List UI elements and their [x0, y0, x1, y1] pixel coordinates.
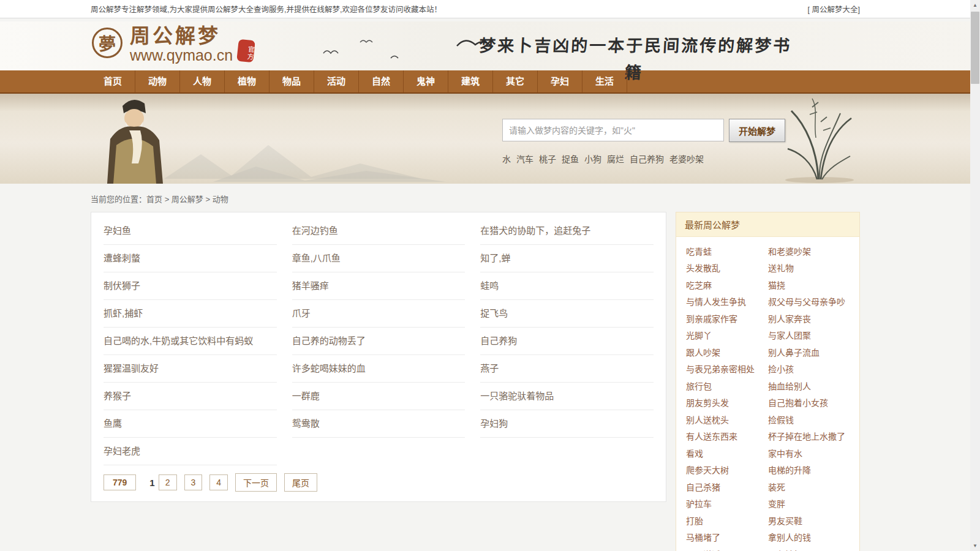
dream-link[interactable]: 鱼鹰 — [104, 410, 277, 438]
dream-link[interactable]: 遭蜂刺螫 — [104, 245, 277, 272]
sidebar-dream-link[interactable]: 到亲戚家作客 — [686, 312, 768, 324]
nav-item[interactable]: 首页 — [91, 70, 135, 92]
breadcrumb-link[interactable]: 首页 — [146, 195, 162, 204]
pagination-page-button[interactable]: 3 — [184, 474, 203, 490]
sidebar-dream-link[interactable]: 拿别人的钱 — [768, 531, 850, 543]
hot-keyword-link[interactable]: 水 — [502, 152, 511, 165]
dream-link[interactable]: 猩猩温驯友好 — [104, 355, 277, 383]
dream-link[interactable]: 鸳鸯散 — [292, 410, 466, 438]
dream-link[interactable]: 知了,蝉 — [480, 245, 654, 272]
nav-item[interactable]: 其它 — [493, 70, 538, 92]
nav-item[interactable]: 孕妇 — [538, 70, 582, 92]
pagination-page-button[interactable]: 4 — [209, 474, 228, 490]
scroll-up-icon[interactable]: ▲ — [970, 0, 980, 10]
sidebar-dream-link[interactable]: 抽血给别人 — [768, 380, 850, 392]
nav-item[interactable]: 植物 — [225, 70, 270, 92]
dream-link[interactable]: 在河边钓鱼 — [292, 217, 466, 245]
sidebar-dream-link[interactable]: 爬参天大树 — [686, 463, 768, 476]
dream-link[interactable]: 自己养狗 — [480, 328, 654, 355]
sidebar-dream-link[interactable]: 看戏 — [686, 447, 768, 459]
pagination-page-button[interactable]: 2 — [159, 474, 177, 490]
dream-link[interactable]: 孕妇狗 — [480, 410, 654, 438]
sidebar-dream-link[interactable]: 和老婆吵架 — [768, 245, 850, 257]
breadcrumb-link[interactable]: 动物 — [203, 195, 228, 204]
sidebar-dream-link[interactable]: 男友被打 — [768, 548, 850, 551]
sidebar-dream-link[interactable]: 捡假钱 — [768, 413, 850, 425]
nav-item[interactable]: 生活 — [582, 70, 627, 92]
scrollbar-thumb[interactable] — [971, 12, 979, 84]
sidebar-dream-link[interactable]: 头发散乱 — [686, 261, 768, 274]
sidebar-dream-link[interactable]: 跟人吵架 — [686, 346, 768, 358]
pagination-last-button[interactable]: 尾页 — [284, 473, 317, 492]
start-interpret-button[interactable]: 开始解梦 — [729, 119, 785, 142]
dream-link[interactable]: 自己养的动物丢了 — [292, 328, 466, 355]
dream-link[interactable]: 捉飞鸟 — [480, 300, 654, 328]
sidebar-dream-link[interactable]: 电梯的升降 — [768, 463, 850, 476]
sidebar-dream-link[interactable]: 自己抱着小女孩 — [768, 396, 850, 408]
dream-search-input[interactable] — [502, 119, 724, 141]
sidebar-dream-link[interactable]: 与表兄弟亲密相处 — [686, 362, 768, 375]
nav-item[interactable]: 活动 — [314, 70, 359, 92]
dream-link[interactable]: 蛙鸣 — [480, 272, 654, 300]
sidebar-dream-link[interactable]: 叔父母与父母亲争吵 — [768, 295, 850, 307]
sidebar-dream-link[interactable]: 旅行包 — [686, 380, 768, 392]
sidebar-dream-link[interactable]: 自己杀猪 — [686, 481, 768, 493]
scroll-down-icon[interactable]: ▼ — [970, 541, 980, 551]
hot-keyword-link[interactable]: 小狗 — [584, 152, 601, 165]
nav-item[interactable]: 物品 — [270, 70, 314, 92]
dream-link[interactable]: 抓虾,捕虾 — [104, 300, 277, 328]
sidebar-dream-link[interactable]: 马桶堵了 — [686, 531, 768, 543]
site-bookmark-link[interactable]: [ 周公解梦大全] — [808, 3, 860, 15]
dream-link[interactable]: 燕子 — [480, 355, 654, 383]
hot-keyword-link[interactable]: 捉鱼 — [562, 152, 579, 165]
dream-link[interactable]: 孕妇老虎 — [104, 438, 277, 465]
breadcrumb-link[interactable]: 周公解梦 — [162, 195, 203, 204]
nav-item[interactable]: 建筑 — [448, 70, 493, 92]
sidebar-dream-link[interactable]: 与家人团聚 — [768, 329, 850, 341]
dream-link[interactable]: 一群鹿 — [292, 383, 466, 410]
dream-link[interactable]: 养猴子 — [104, 383, 277, 410]
sidebar-dream-link[interactable]: 别人家奔丧 — [768, 312, 850, 324]
sidebar-dream-link[interactable]: 有人送东西来 — [686, 430, 768, 442]
sidebar-dream-link[interactable]: 驴拉车 — [686, 497, 768, 509]
sidebar-dream-link[interactable]: 杯子掉在地上水撒了 — [768, 430, 850, 442]
hot-keyword-link[interactable]: 腐烂 — [607, 152, 624, 165]
site-logo[interactable]: 夢 周公解梦 www.qymao.cn 官方 — [92, 24, 254, 63]
dream-link[interactable]: 猪羊骚痒 — [292, 272, 466, 300]
sidebar-dream-link[interactable]: 男友买鞋 — [768, 514, 850, 527]
nav-item[interactable]: 自然 — [359, 70, 404, 92]
sidebar-dream-link[interactable]: 别人送枕头 — [686, 413, 768, 425]
dream-link[interactable]: 一只骆驼驮着物品 — [480, 383, 654, 410]
dream-link[interactable]: 章鱼,八爪鱼 — [292, 245, 466, 272]
hot-keyword-link[interactable]: 自己养狗 — [630, 152, 664, 165]
dream-link[interactable]: 自己喝的水,牛奶或其它饮料中有蚂蚁 — [104, 328, 277, 355]
nav-item[interactable]: 人物 — [180, 70, 225, 92]
sidebar-dream-link[interactable]: 与情人发生争执 — [686, 295, 768, 307]
sidebar-dream-link[interactable]: 光脚丫 — [686, 329, 768, 341]
sidebar-dream-link[interactable]: 送礼物 — [768, 261, 850, 274]
hot-keyword-link[interactable]: 老婆吵架 — [669, 152, 704, 165]
sidebar-dream-link[interactable]: 装死 — [768, 481, 850, 493]
nav-item[interactable]: 鬼神 — [404, 70, 448, 92]
sidebar-dream-link[interactable]: 猫挠 — [768, 279, 850, 291]
scrollbar[interactable]: ▲ ▼ — [970, 0, 980, 551]
pagination-next-button[interactable]: 下一页 — [235, 473, 277, 492]
sidebar-dream-link[interactable]: 变胖 — [768, 497, 850, 509]
dream-link[interactable]: 制伏狮子 — [104, 272, 277, 300]
sidebar-dream-link[interactable]: 打胎 — [686, 514, 768, 527]
hot-keyword-link[interactable]: 桃子 — [539, 152, 556, 165]
sidebar-dream-link[interactable]: 朋友剪头发 — [686, 396, 768, 408]
dream-link[interactable]: 在猎犬的协助下，追赶兔子 — [480, 217, 654, 245]
sidebar-dream-link[interactable]: 捡小孩 — [768, 362, 850, 375]
sidebar-dream-link[interactable]: 哑巴说话 — [686, 548, 768, 551]
dream-link[interactable]: 许多蛇喝妹妹的血 — [292, 355, 466, 383]
dream-link[interactable]: 孕妇鱼 — [104, 217, 277, 245]
sidebar-dream-link[interactable]: 别人鼻子流血 — [768, 346, 850, 358]
hot-keyword-link[interactable]: 汽车 — [516, 152, 533, 165]
nav-item[interactable]: 动物 — [135, 70, 180, 92]
pagination-total[interactable]: 779 — [104, 474, 136, 490]
sidebar-dream-link[interactable]: 吃青蛙 — [686, 245, 768, 257]
sidebar-dream-link[interactable]: 吃芝麻 — [686, 279, 768, 291]
dream-link[interactable]: 爪牙 — [292, 300, 466, 328]
sidebar-dream-link[interactable]: 家中有水 — [768, 447, 850, 459]
